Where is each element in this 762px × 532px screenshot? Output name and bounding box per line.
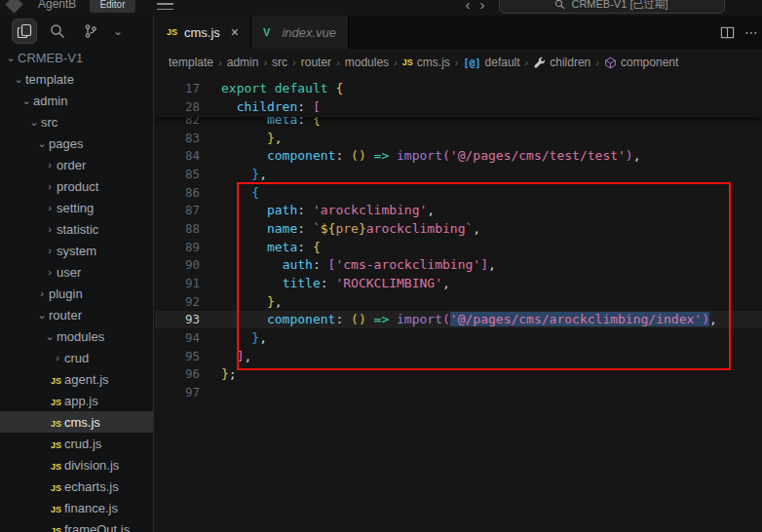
code-line-88[interactable]: 88 name: `${pre}arockclimbing`, [155,219,762,238]
tab-close-icon[interactable]: × [231,24,239,40]
chevron-down-icon[interactable]: ⌄ [12,73,25,86]
code-line-93[interactable]: 93 component: () => import('@/pages/cms/… [155,311,762,329]
tree-item-setting[interactable]: ›setting [0,197,153,218]
js-file-icon: JS [51,462,61,472]
sidebar: ⌄ ⌄CRMEB-V1⌄template⌄admin⌄src⌄pages›ord… [0,16,154,532]
tab-index-vue[interactable]: Vindex.vue [251,16,349,49]
tree-item-label: modules [57,329,104,344]
breadcrumb-item-modules[interactable]: modules [345,56,389,69]
editor-area: JScms.js×Vindex.vue⋯ template›admin›src›… [155,16,762,532]
line-number: 97 [155,385,200,399]
command-center[interactable]: CRMEB-V1 [已过期] [499,0,725,14]
breadcrumb-item-src[interactable]: src [272,56,287,69]
code-line-94[interactable]: 94 }, [155,328,762,347]
chevron-right-icon[interactable]: › [43,202,57,213]
code-line-84[interactable]: 84 component: () => import('@/pages/cms/… [155,146,762,165]
chevron-down-icon[interactable]: ⌄ [27,116,41,129]
tree-item-agent-js[interactable]: JSagent.js [0,368,153,390]
chevron-right-icon[interactable]: › [51,352,64,363]
more-actions-icon[interactable]: ⋯ [744,24,758,40]
tree-item-system[interactable]: ›system [0,240,153,261]
tree-item-finance-js[interactable]: JSfinance.js [0,497,153,518]
code-line-96[interactable]: 96}; [155,365,762,384]
tree-item-app-js[interactable]: JSapp.js [0,390,153,411]
chevron-down-icon[interactable]: ⌄ [19,95,33,107]
explorer-icon[interactable] [12,19,37,44]
tree-item-order[interactable]: ›order [0,154,153,175]
line-number: 94 [155,330,200,345]
tree-item-plugin[interactable]: ›plugin [0,283,153,304]
chevron-right-icon[interactable]: › [43,223,57,235]
breadcrumb-item-component[interactable]: component [604,56,678,69]
menu-icon[interactable] [157,0,173,10]
chevron-right-icon[interactable]: › [35,287,49,299]
tree-item-label: admin [33,94,67,108]
breadcrumb-item-default[interactable]: [@]default [463,56,519,69]
js-file-icon: JS [51,483,61,493]
chevron-down-icon[interactable]: ⌄ [4,52,18,64]
chevron-down-icon[interactable]: ⌄ [35,137,49,150]
chevron-down-icon[interactable]: ⌄ [113,24,123,38]
code-line-83[interactable]: 83 }, [155,129,762,147]
js-file-icon: JS [51,440,61,450]
line-number: 90 [155,257,200,272]
back-icon[interactable]: ‹ [466,0,471,13]
tree-item-echarts-js[interactable]: JSecharts.js [0,475,153,497]
tab-bar: JScms.js×Vindex.vue⋯ [155,16,762,49]
tree-item-label: crud.js [64,437,101,451]
code-line-92[interactable]: 92 }, [155,292,762,311]
tree-item-frameOut-js[interactable]: JSframeOut.js [0,518,153,532]
split-editor-icon[interactable] [720,25,735,40]
tab-cms-js[interactable]: JScms.js× [155,16,251,49]
code-line-87[interactable]: 87 path: 'arockclimbing', [155,201,762,219]
tree-item-product[interactable]: ›product [0,175,153,197]
tree-item-statistic[interactable]: ›statistic [0,218,153,240]
line-number: 89 [155,240,200,254]
source-control-icon[interactable] [78,19,103,44]
code-line-86[interactable]: 86 { [155,183,762,202]
breadcrumb: template›admin›src›router›modules›JScms.… [155,49,762,76]
breadcrumb-separator-icon: › [595,57,599,68]
chevron-right-icon[interactable]: › [43,180,57,192]
breadcrumb-item-template[interactable]: template [169,56,213,69]
code-line-17[interactable]: 17export default { [155,79,762,97]
activity-bar: ⌄ [0,16,153,47]
code-line-90[interactable]: 90 auth: ['cms-arockclimbing'], [155,256,762,275]
tree-item-src[interactable]: ⌄src [0,111,153,133]
tab-label: index.vue [282,25,336,40]
code-line-91[interactable]: 91 title: 'ROCKCLIMBING', [155,274,762,292]
tree-item-template[interactable]: ⌄template [0,68,153,90]
tree-item-user[interactable]: ›user [0,261,153,283]
search-icon[interactable] [45,19,70,44]
tree-item-CRMEB-V1[interactable]: ⌄CRMEB-V1 [0,47,153,68]
chevron-right-icon[interactable]: › [43,266,57,278]
tree-item-label: plugin [49,286,83,301]
breadcrumb-item-cms-js[interactable]: JScms.js [402,56,450,69]
tree-item-router[interactable]: ⌄router [0,304,153,325]
code-line-97[interactable]: 97 [155,383,762,401]
chevron-down-icon[interactable]: ⌄ [35,309,49,322]
tree-item-division-js[interactable]: JSdivision.js [0,454,153,475]
breadcrumb-item-router[interactable]: router [301,56,331,69]
tree-item-cms-js[interactable]: JScms.js [0,411,153,433]
code-line-89[interactable]: 89 meta: { [155,238,762,256]
chevron-right-icon[interactable]: › [43,159,57,171]
editor-mode-pill[interactable]: Editor [90,0,134,13]
breadcrumb-item-children[interactable]: children [533,56,591,69]
tree-item-admin[interactable]: ⌄admin [0,90,153,111]
code-editor[interactable]: 82 meta: {83 },84 component: () => impor… [155,76,762,532]
code-line-85[interactable]: 85 }, [155,165,762,183]
js-file-icon: JS [167,27,177,37]
tree-item-label: setting [57,201,94,215]
tree-item-pages[interactable]: ⌄pages [0,133,153,154]
breadcrumb-item-admin[interactable]: admin [227,56,259,69]
tree-item-crud-js[interactable]: JScrud.js [0,433,153,454]
chevron-down-icon[interactable]: ⌄ [43,330,57,343]
tree-item-crud[interactable]: ›crud [0,347,153,368]
forward-icon[interactable]: › [480,0,485,13]
code-line-28[interactable]: 28 children: [ [155,97,762,116]
code-line-95[interactable]: 95 ], [155,347,762,365]
chevron-right-icon[interactable]: › [43,245,57,256]
tree-item-modules[interactable]: ⌄modules [0,325,153,347]
tree-item-label: statistic [57,222,98,237]
